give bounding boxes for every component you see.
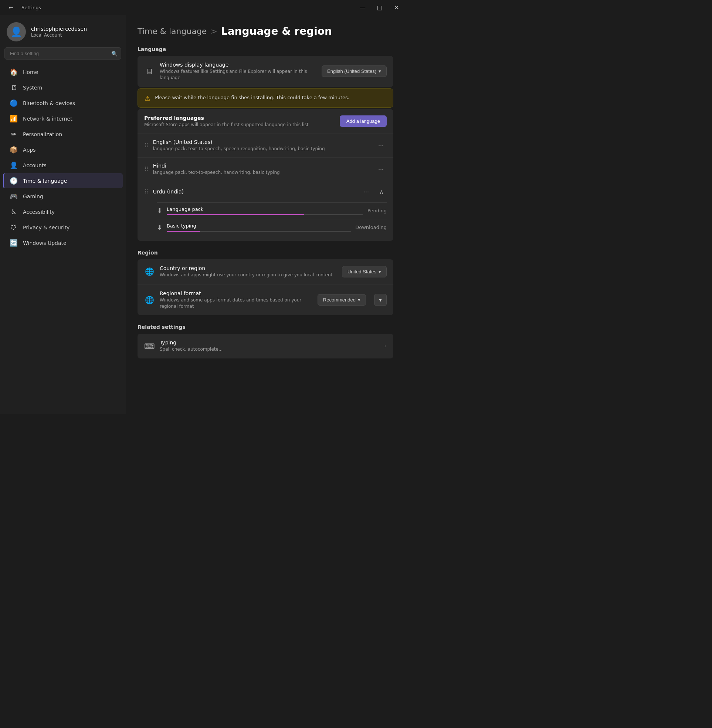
typing-subtitle: Spell check, autocomplete... (160, 346, 379, 352)
download-icon: ⬇ (157, 223, 162, 231)
sidebar-item-windows-update[interactable]: 🔄 Windows Update (3, 235, 123, 250)
window-controls: — □ ✕ (354, 0, 405, 15)
lang-name: Urdu (India) (153, 189, 356, 195)
nav-icon-privacy-security: 🛡 (10, 223, 18, 231)
display-lang-dropdown[interactable]: English (United States) ▾ (322, 65, 387, 77)
progress-bar (167, 214, 363, 215)
lang-name: Hindi (153, 163, 371, 169)
sidebar-item-gaming[interactable]: 🎮 Gaming (3, 189, 123, 204)
breadcrumb-separator: > (211, 27, 217, 36)
lang-more-button[interactable]: ··· (375, 164, 387, 175)
breadcrumb: Time & language > Language & region (138, 25, 393, 37)
drag-handle[interactable]: ⠿ (144, 188, 148, 195)
page-title: Language & region (221, 25, 332, 37)
add-language-button[interactable]: Add a language (340, 116, 387, 127)
close-button[interactable]: ✕ (388, 0, 405, 15)
sidebar-item-time-language[interactable]: 🕐 Time & language (3, 173, 123, 188)
lang-more-button[interactable]: ··· (360, 186, 372, 197)
download-item: ⬇ Basic typing Downloading (157, 219, 387, 236)
nav-label-bluetooth: Bluetooth & devices (23, 100, 75, 106)
sidebar-item-privacy-security[interactable]: 🛡 Privacy & security (3, 220, 123, 235)
preferred-lang-title: Preferred languages (144, 115, 309, 121)
sidebar-item-personalization[interactable]: ✏️ Personalization (3, 126, 123, 142)
user-role: Local Account (31, 33, 87, 38)
country-title: Country or region (160, 265, 337, 271)
country-dropdown[interactable]: United States ▾ (342, 266, 387, 278)
username: christophpiercedusen (31, 26, 87, 32)
drag-handle[interactable]: ⠿ (144, 142, 148, 149)
minimize-button[interactable]: — (354, 0, 371, 15)
breadcrumb-parent: Time & language (138, 27, 207, 36)
titlebar: ← Settings — □ ✕ (0, 0, 405, 15)
display-lang-title: Windows display language (160, 62, 316, 68)
windows-display-language-card: 🖥 Windows display language Windows featu… (138, 56, 393, 87)
sidebar-item-apps[interactable]: 📦 Apps (3, 142, 123, 157)
nav-label-network: Network & internet (23, 116, 73, 122)
country-icon: 🌐 (144, 267, 154, 276)
country-row: 🌐 Country or region Windows and apps mig… (138, 259, 393, 284)
drag-handle[interactable]: ⠿ (144, 166, 148, 173)
related-card: ⌨ Typing Spell check, autocomplete... › (138, 334, 393, 358)
search-box: 🔍 (4, 48, 121, 59)
language-item-hi: ⠿ Hindi language pack, text-to-speech, h… (138, 157, 393, 181)
warning-text: Please wait while the language finishes … (155, 94, 349, 101)
user-info: christophpiercedusen Local Account (31, 26, 87, 38)
back-button[interactable]: ← (4, 0, 18, 15)
sidebar-item-system[interactable]: 🖥 System (3, 80, 123, 95)
sidebar-item-home[interactable]: 🏠 Home (3, 64, 123, 80)
lang-detail: language pack, text-to-speech, handwriti… (153, 169, 371, 176)
nav-label-system: System (23, 85, 42, 91)
format-icon: 🌐 (144, 296, 154, 305)
titlebar-left: ← Settings (4, 0, 41, 15)
nav-icon-personalization: ✏️ (10, 130, 18, 138)
region-card: 🌐 Country or region Windows and apps mig… (138, 259, 393, 315)
language-section-label: Language (138, 46, 393, 52)
typing-icon: ⌨ (144, 342, 154, 351)
download-info: Basic typing (167, 223, 351, 232)
progress-fill (167, 231, 200, 232)
nav-label-time-language: Time & language (23, 178, 67, 184)
language-list: ⠿ English (United States) language pack,… (138, 134, 393, 241)
lang-more-button[interactable]: ··· (375, 140, 387, 151)
content-area: Time & language > Language & region Lang… (126, 15, 405, 414)
nav-label-privacy-security: Privacy & security (23, 224, 70, 230)
maximize-button[interactable]: □ (371, 0, 388, 15)
progress-bar (167, 231, 351, 232)
download-item: ⬇ Language pack Pending (157, 202, 387, 219)
preferred-lang-info: Preferred languages Microsoft Store apps… (144, 115, 309, 128)
progress-fill (167, 214, 304, 215)
nav-list: 🏠 Home 🖥 System 🔵 Bluetooth & devices 📶 … (0, 64, 126, 251)
nav-icon-network: 📶 (10, 115, 18, 122)
nav-icon-windows-update: 🔄 (10, 239, 18, 247)
region-section: Region 🌐 Country or region Windows and a… (138, 250, 393, 315)
nav-label-accessibility: Accessibility (23, 209, 55, 215)
typing-title: Typing (160, 340, 379, 346)
typing-row[interactable]: ⌨ Typing Spell check, autocomplete... › (138, 334, 393, 358)
download-status: Downloading (355, 224, 387, 230)
language-item-ur-in: ⠿ Urdu (India) ··· ∧ ⬇ Language pack (138, 181, 393, 241)
lang-downloads: ⬇ Language pack Pending ⬇ (138, 202, 393, 241)
lang-name: English (United States) (153, 139, 371, 145)
nav-label-windows-update: Windows Update (23, 240, 67, 246)
region-section-label: Region (138, 250, 393, 256)
download-name: Language pack (167, 207, 363, 212)
search-input[interactable] (4, 48, 121, 59)
format-expand-button[interactable]: ▾ (374, 294, 387, 306)
app-title: Settings (21, 5, 41, 10)
sidebar-item-bluetooth[interactable]: 🔵 Bluetooth & devices (3, 95, 123, 111)
chevron-right-icon: › (384, 343, 387, 349)
related-section: Related settings ⌨ Typing Spell check, a… (138, 324, 393, 358)
country-subtitle: Windows and apps might use your country … (160, 272, 337, 278)
format-dropdown[interactable]: Recommended ▾ (317, 294, 366, 306)
sidebar-item-accessibility[interactable]: ♿ Accessibility (3, 204, 123, 219)
display-lang-icon: 🖥 (144, 67, 154, 76)
country-text: Country or region Windows and apps might… (160, 265, 337, 278)
typing-text: Typing Spell check, autocomplete... (160, 340, 379, 352)
sidebar-item-accounts[interactable]: 👤 Accounts (3, 157, 123, 173)
download-info: Language pack (167, 207, 363, 215)
lang-collapse-button[interactable]: ∧ (376, 187, 387, 197)
chevron-down-icon: ▾ (378, 269, 381, 275)
sidebar-item-network[interactable]: 📶 Network & internet (3, 111, 123, 126)
sidebar: 👤 christophpiercedusen Local Account 🔍 🏠… (0, 15, 126, 414)
display-lang-text: Windows display language Windows feature… (160, 62, 316, 81)
